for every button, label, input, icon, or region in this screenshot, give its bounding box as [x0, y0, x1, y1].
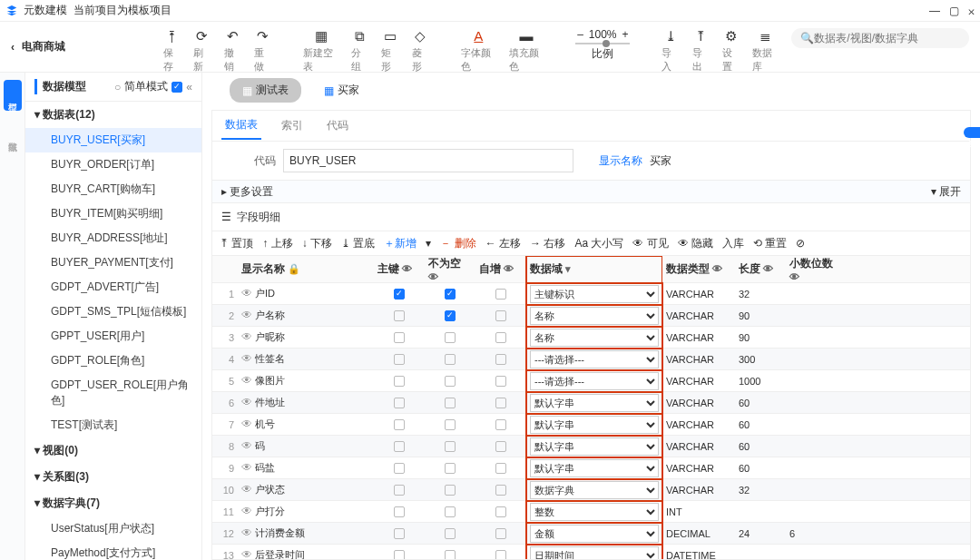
checkbox[interactable]	[445, 485, 456, 496]
subtab-table[interactable]: 数据表	[221, 112, 261, 140]
tree-item[interactable]: TEST[测试表]	[25, 413, 201, 437]
refresh-button[interactable]: ⟳刷新	[193, 28, 211, 74]
checkbox[interactable]	[495, 441, 506, 452]
checkbox[interactable]	[445, 528, 456, 539]
import-button[interactable]: ⤓导入	[662, 28, 679, 74]
table-row[interactable]: 9 👁 码盐 主键标识名称---请选择---默认字串数据字典整数金额日期时间 V…	[212, 457, 970, 479]
new-table-button[interactable]: ▦新建空表	[303, 28, 338, 74]
eye-icon[interactable]: 👁	[241, 483, 252, 496]
eye-icon[interactable]: 👁	[241, 352, 252, 365]
domain-select[interactable]: 主键标识名称---请选择---默认字串数据字典整数金额日期时间	[530, 546, 659, 560]
tree-group[interactable]: ▾ 视图(0)	[25, 437, 201, 464]
search-box[interactable]: 🔍	[791, 28, 969, 48]
tree-group[interactable]: ▾ 数据表(12)	[25, 102, 201, 128]
tree-item[interactable]: PayMethod[支付方式]	[25, 541, 201, 560]
checkbox[interactable]	[445, 506, 456, 517]
eye-icon[interactable]: 👁	[241, 418, 252, 430]
checkbox[interactable]	[394, 485, 405, 496]
tree-item[interactable]: UserStatus[用户状态]	[25, 516, 201, 541]
checkbox[interactable]	[495, 463, 506, 474]
more-settings[interactable]: ▸ 更多设置 ▾ 展开	[212, 180, 970, 203]
tree-item[interactable]: BUYER_PAYMENT[支付]	[25, 251, 201, 275]
undo-button[interactable]: ↶撤销	[224, 28, 241, 74]
checkbox[interactable]	[394, 441, 405, 452]
domain-select[interactable]: 主键标识名称---请选择---默认字串数据字典整数金额日期时间	[530, 481, 659, 499]
rt-del[interactable]: － 删除	[440, 236, 475, 251]
checkbox[interactable]	[445, 398, 456, 408]
rt-down[interactable]: ↓ 下移	[302, 236, 332, 251]
domain-select[interactable]: 主键标识名称---请选择---默认字串数据字典整数金额日期时间	[530, 437, 659, 456]
tab-buyer[interactable]: ▦ 买家	[310, 78, 373, 103]
eye-icon[interactable]: 👁	[241, 287, 252, 300]
tab-test[interactable]: ▦ 测试表	[230, 78, 301, 103]
checkbox[interactable]	[495, 485, 506, 496]
table-row[interactable]: 8 👁 码 主键标识名称---请选择---默认字串数据字典整数金额日期时间 VA…	[212, 436, 970, 457]
minimize-button[interactable]: —	[929, 5, 940, 17]
checkbox[interactable]	[445, 550, 456, 559]
rt-left[interactable]: ← 左移	[485, 236, 521, 251]
rt-extra-icon[interactable]: ⊘	[796, 237, 805, 250]
eye-icon[interactable]: 👁	[241, 309, 252, 321]
domain-select[interactable]: 主键标识名称---请选择---默认字串数据字典整数金额日期时间	[530, 525, 659, 543]
checkbox[interactable]	[495, 398, 506, 408]
checkbox[interactable]	[495, 528, 506, 539]
checkbox[interactable]	[445, 354, 456, 365]
domain-select[interactable]: 主键标识名称---请选择---默认字串数据字典整数金额日期时间	[530, 350, 659, 368]
eye-icon[interactable]: 👁	[241, 505, 252, 517]
tree-item[interactable]: GDPT_USER_ROLE[用户角色]	[25, 373, 201, 413]
rt-show[interactable]: 👁 可见	[632, 236, 668, 251]
table-row[interactable]: 12 👁 计消费金额 主键标识名称---请选择---默认字串数据字典整数金额日期…	[212, 523, 970, 545]
checkbox[interactable]	[495, 419, 506, 430]
tree-group[interactable]: ▾ 关系图(3)	[25, 464, 201, 490]
tree-item[interactable]: GDPT_ROLE[角色]	[25, 349, 201, 373]
tree-item[interactable]: BUYR_CART[购物车]	[25, 177, 201, 201]
search-input[interactable]	[814, 32, 960, 44]
rt-reset[interactable]: ⟲ 重置	[753, 236, 787, 251]
checkbox[interactable]	[394, 310, 405, 321]
rail-model[interactable]: 模型	[4, 80, 22, 111]
table-row[interactable]: 1 👁 户ID 主键标识名称---请选择---默认字串数据字典整数金额日期时间 …	[212, 283, 970, 305]
tree-item[interactable]: BUYR_ADDRESS[地址]	[25, 226, 201, 251]
tree-item[interactable]: BUYR_ORDER[订单]	[25, 152, 201, 177]
domain-select[interactable]: 主键标识名称---请选择---默认字串数据字典整数金额日期时间	[530, 459, 659, 477]
shape-button[interactable]: ◇菱形	[412, 28, 429, 74]
export-button[interactable]: ⤒导出	[692, 28, 710, 74]
field-lib-sticker[interactable]: 字段库	[964, 127, 980, 138]
tree-item[interactable]: GDPT_ADVERT[广告]	[25, 275, 201, 300]
code-input[interactable]	[283, 149, 573, 172]
checkbox[interactable]	[394, 419, 405, 430]
tree-item[interactable]: GPPT_USER[用户]	[25, 324, 201, 349]
checkbox[interactable]	[445, 441, 456, 452]
domain-select[interactable]: 主键标识名称---请选择---默认字串数据字典整数金额日期时间	[530, 416, 659, 434]
checkbox[interactable]	[394, 550, 405, 559]
domain-select[interactable]: 主键标识名称---请选择---默认字串数据字典整数金额日期时间	[530, 329, 659, 347]
subtab-code[interactable]: 代码	[323, 113, 352, 139]
table-row[interactable]: 13 👁 后登录时间 主键标识名称---请选择---默认字串数据字典整数金额日期…	[212, 545, 970, 560]
zoom-in-button[interactable]: +	[622, 28, 629, 41]
eye-icon[interactable]: 👁	[241, 548, 252, 559]
domain-select[interactable]: 主键标识名称---请选择---默认字串数据字典整数金额日期时间	[530, 394, 659, 412]
checkbox[interactable]	[445, 376, 456, 387]
rt-add[interactable]: ＋新增	[384, 236, 416, 251]
checkbox[interactable]	[394, 376, 405, 387]
rt-up[interactable]: ↑ 上移	[262, 236, 292, 251]
checkbox[interactable]	[495, 354, 506, 365]
simple-mode-toggle[interactable]: ○简单模式 «	[114, 79, 192, 94]
checkbox[interactable]	[445, 463, 456, 474]
checkbox[interactable]	[394, 528, 405, 539]
rt-right[interactable]: → 右移	[530, 236, 565, 251]
rail-domain[interactable]: 数据域	[4, 120, 22, 151]
checkbox[interactable]	[495, 506, 506, 517]
table-row[interactable]: 10 👁 户状态 主键标识名称---请选择---默认字串数据字典整数金额日期时间…	[212, 479, 970, 501]
table-row[interactable]: 2 👁 户名称 主键标识名称---请选择---默认字串数据字典整数金额日期时间 …	[212, 305, 970, 327]
checkbox[interactable]	[495, 550, 506, 559]
maximize-button[interactable]: ▢	[949, 5, 959, 17]
rt-hide[interactable]: 👁 隐藏	[678, 236, 713, 251]
domain-select[interactable]: 主键标识名称---请选择---默认字串数据字典整数金额日期时间	[530, 307, 659, 325]
fill-color-button[interactable]: ▬填充颜色	[509, 28, 544, 74]
close-button[interactable]: ⨉	[968, 5, 975, 17]
domain-select[interactable]: 主键标识名称---请选择---默认字串数据字典整数金额日期时间	[530, 285, 659, 303]
rt-lib[interactable]: 入库	[722, 236, 744, 251]
rt-bottom[interactable]: ⤓ 置底	[341, 236, 375, 251]
font-color-button[interactable]: A字体颜色	[461, 28, 496, 74]
